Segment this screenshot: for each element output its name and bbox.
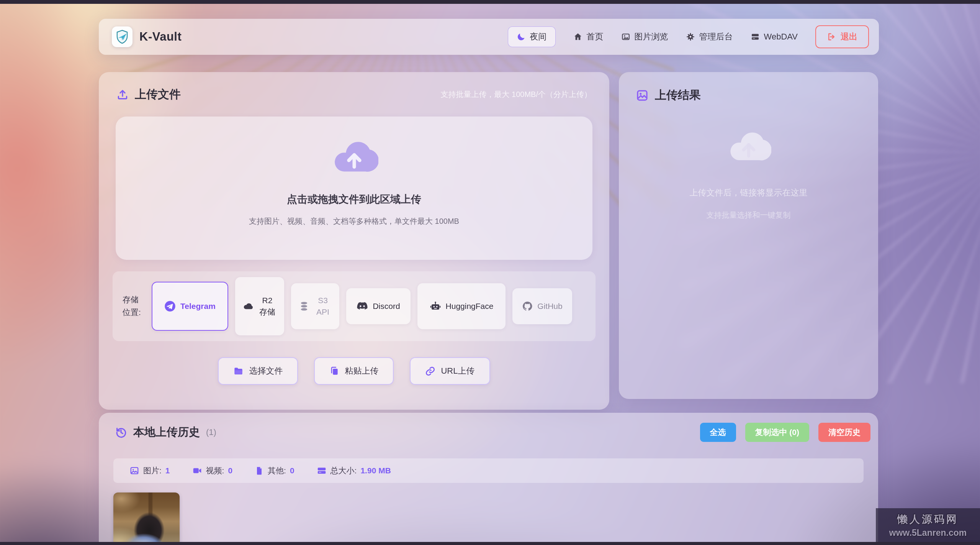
app-logo[interactable] <box>112 26 133 47</box>
history-item-thumbnail[interactable] <box>113 492 180 545</box>
stat-videos: 视频: 0 <box>192 465 233 476</box>
nav-item-gallery[interactable]: 图片浏览 <box>621 31 668 43</box>
file-dropzone[interactable]: 点击或拖拽文件到此区域上传 支持图片、视频、音频、文档等多种格式，单文件最大 1… <box>116 117 592 260</box>
url-upload-button[interactable]: URL上传 <box>410 357 490 385</box>
history-actions: 全选 复制选中 (0) 清空历史 <box>700 423 871 442</box>
s3-database-icon <box>299 301 309 312</box>
images-icon <box>621 32 630 41</box>
upload-tray-icon <box>116 89 129 101</box>
storage-selector: 存储位置: Telegram R2 存储 S3 API <box>113 271 596 341</box>
result-images-icon <box>636 89 649 102</box>
app-header: K-Vault 夜间 首页 图片浏览 <box>99 19 879 55</box>
discord-icon <box>357 302 368 311</box>
results-empty-state: 上传文件后，链接将显示在这里 支持批量选择和一键复制 <box>619 130 878 220</box>
clear-history-button[interactable]: 清空历史 <box>818 423 870 442</box>
storage-r2-label: R2 存储 <box>258 295 276 318</box>
stat-total-size: 总大小: 1.90 MB <box>317 465 391 476</box>
site-watermark: 懒人源码网 www.5Lanren.com <box>876 508 980 542</box>
results-empty-line2: 支持批量选择和一键复制 <box>619 210 878 220</box>
link-icon <box>425 366 435 376</box>
history-panel: 本地上传历史 (1) 全选 复制选中 (0) 清空历史 图片: 1 视频: 0 <box>99 413 878 545</box>
logout-button[interactable]: 退出 <box>815 25 869 48</box>
paste-icon <box>329 366 339 376</box>
file-stat-icon <box>255 466 264 475</box>
storage-option-r2[interactable]: R2 存储 <box>235 277 284 335</box>
history-icon <box>115 426 127 438</box>
stat-total-label: 总大小: <box>330 465 357 476</box>
stat-images-value: 1 <box>165 466 170 475</box>
storage-s3-label: S3 API <box>314 295 332 318</box>
storage-huggingface-label: HuggingFace <box>446 300 494 312</box>
stat-videos-label: 视频: <box>206 465 224 476</box>
server-icon <box>751 32 760 41</box>
stat-total-value: 1.90 MB <box>360 466 391 475</box>
storage-github-label: GitHub <box>537 300 562 312</box>
upload-panel-title: 上传文件 <box>135 87 181 102</box>
theme-toggle-button[interactable]: 夜间 <box>508 26 556 47</box>
stat-images-label: 图片: <box>143 465 162 476</box>
results-panel-title: 上传结果 <box>655 87 701 103</box>
telegram-icon <box>164 300 176 312</box>
copy-selected-button[interactable]: 复制选中 (0) <box>745 423 810 442</box>
storage-option-telegram[interactable]: Telegram <box>152 282 228 331</box>
ghost-cloud-icon <box>726 130 771 164</box>
nav-webdav-label: WebDAV <box>764 32 798 42</box>
nav-item-admin[interactable]: 管理后台 <box>686 31 733 43</box>
r2-cloud-icon <box>243 301 254 312</box>
results-panel-header: 上传结果 <box>636 87 861 103</box>
paste-upload-button[interactable]: 粘贴上传 <box>314 357 394 385</box>
brand-title: K-Vault <box>139 30 182 44</box>
storage-telegram-label: Telegram <box>180 300 216 312</box>
bottom-letterbox-bar <box>0 542 980 545</box>
logout-icon <box>827 32 836 41</box>
github-icon <box>522 301 533 312</box>
shield-plane-icon <box>115 29 130 44</box>
history-header: 本地上传历史 (1) 全选 复制选中 (0) 清空历史 <box>115 423 870 442</box>
home-icon <box>573 32 582 41</box>
gear-icon <box>686 32 695 41</box>
main-nav: 夜间 首页 图片浏览 <box>508 25 869 48</box>
storage-option-discord[interactable]: Discord <box>346 288 411 324</box>
results-panel: 上传结果 上传文件后，链接将显示在这里 支持批量选择和一键复制 <box>619 72 878 399</box>
history-title: 本地上传历史 <box>133 425 200 440</box>
nav-home-label: 首页 <box>587 31 604 43</box>
choose-files-button[interactable]: 选择文件 <box>218 357 298 385</box>
cloud-upload-icon <box>330 139 378 176</box>
storage-option-huggingface[interactable]: HuggingFace <box>417 283 506 329</box>
dropzone-subtitle: 支持图片、视频、音频、文档等多种格式，单文件最大 100MB <box>249 216 459 227</box>
nav-admin-label: 管理后台 <box>699 31 733 43</box>
stat-others-value: 0 <box>290 466 294 475</box>
upload-actions: 选择文件 粘贴上传 URL上传 <box>99 357 609 385</box>
upload-panel-header: 上传文件 支持批量上传，最大 100MB/个（分片上传） <box>116 87 592 102</box>
theme-toggle-label: 夜间 <box>530 31 547 43</box>
storage-label: 存储位置: <box>123 294 146 318</box>
select-all-button[interactable]: 全选 <box>700 423 736 442</box>
robot-icon <box>430 300 441 312</box>
history-stats-bar: 图片: 1 视频: 0 其他: 0 总大 <box>113 458 864 483</box>
stat-others-label: 其他: <box>268 465 286 476</box>
nav-gallery-label: 图片浏览 <box>635 31 668 43</box>
stat-others: 其他: 0 <box>255 465 294 476</box>
moon-icon <box>517 32 526 41</box>
stat-images: 图片: 1 <box>129 465 170 476</box>
nav-item-home[interactable]: 首页 <box>573 31 604 43</box>
url-upload-label: URL上传 <box>441 365 474 377</box>
history-count: (1) <box>206 427 216 437</box>
paste-upload-label: 粘贴上传 <box>345 365 378 377</box>
storage-option-s3[interactable]: S3 API <box>291 283 339 329</box>
watermark-line2: www.5Lanren.com <box>889 528 967 538</box>
upload-hint: 支持批量上传，最大 100MB/个（分片上传） <box>441 89 592 100</box>
top-letterbox-bar <box>0 0 980 4</box>
logout-label: 退出 <box>841 31 857 43</box>
storage-option-github[interactable]: GitHub <box>512 288 572 324</box>
storage-stat-icon <box>317 466 327 476</box>
dropzone-title: 点击或拖拽文件到此区域上传 <box>287 192 421 206</box>
image-stat-icon <box>129 466 139 476</box>
video-stat-icon <box>192 466 202 476</box>
nav-item-webdav[interactable]: WebDAV <box>751 32 798 42</box>
upload-panel: 上传文件 支持批量上传，最大 100MB/个（分片上传） 点击或拖拽文件到此区域… <box>99 72 609 410</box>
folder-icon <box>233 366 244 376</box>
storage-discord-label: Discord <box>373 300 400 312</box>
watermark-line1: 懒人源码网 <box>897 512 959 526</box>
choose-files-label: 选择文件 <box>249 365 283 377</box>
